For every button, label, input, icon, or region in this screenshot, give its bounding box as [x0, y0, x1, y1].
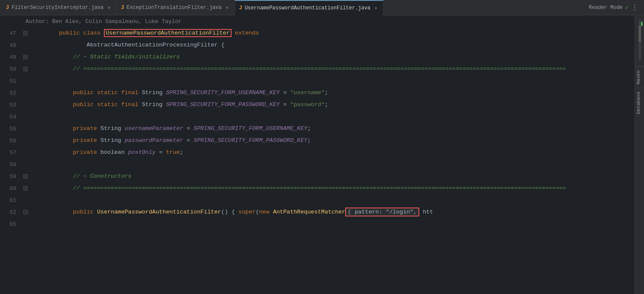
database-label: Database	[636, 92, 641, 114]
tab-filter-security[interactable]: J FilterSecurityInterceptor.java ✕	[2, 0, 117, 15]
tab-close-2[interactable]: ✕	[224, 5, 230, 11]
paren-62: () {	[221, 209, 239, 215]
tab-label-3: UsernamePasswordAuthenticationFilter.jav…	[245, 5, 370, 11]
fold-icon-60[interactable]: ▽	[23, 186, 28, 190]
gutter-49[interactable]: ▽	[21, 55, 30, 59]
str-password: "password"	[290, 101, 325, 108]
eq-53: =	[280, 101, 290, 108]
scroll-mark-green	[641, 22, 643, 26]
reader-mode-label: Reader Mode	[589, 5, 622, 11]
code-line-57: 57 private boolean postOnly = true;	[0, 147, 635, 159]
semi-53: ;	[325, 101, 328, 108]
line-num-59: 59	[0, 173, 21, 180]
line-num-58: 58	[0, 161, 21, 168]
fold-icon-49[interactable]: ▽	[23, 55, 28, 59]
kw-public-53: public	[59, 101, 97, 108]
java-icon-1: J	[6, 5, 9, 11]
comment-60: // =====================================…	[59, 185, 566, 191]
scrollbar-thumb	[638, 26, 641, 42]
tab-close-1[interactable]: ✕	[106, 5, 112, 11]
fold-icon-62[interactable]: +	[23, 210, 28, 214]
line-num-49: 49	[0, 54, 21, 61]
field-post-only: postOnly	[128, 149, 156, 156]
scrollbar-area	[635, 15, 644, 66]
maven-label: Maven	[636, 70, 641, 84]
tab-more-icon[interactable]: ⋮	[631, 3, 638, 12]
reader-mode-check: ✓	[625, 4, 629, 11]
gutter-60[interactable]: ▽	[21, 186, 30, 190]
param-hint-box: ( pattern: "/login",	[345, 208, 419, 216]
paren2-62: (	[256, 209, 259, 215]
reader-mode-area: Reader Mode ✓ ⋮	[589, 3, 642, 12]
sidebar-tab-database[interactable]: Database	[635, 88, 644, 118]
gutter-59[interactable]: ▽	[21, 174, 30, 179]
kw-private-57: private	[59, 149, 100, 156]
gutter-62[interactable]: +	[21, 210, 30, 214]
tab-close-3[interactable]: ✕	[373, 5, 379, 11]
line-num-48: 48	[0, 42, 21, 49]
method-constructor: UsernamePasswordAuthenticationFilter	[97, 209, 221, 215]
tab-username-password[interactable]: J UsernamePasswordAuthenticationFilter.j…	[235, 0, 384, 15]
line-num-61: 61	[0, 197, 21, 204]
class-ant-path: AntPathRequestMatcher	[273, 209, 345, 215]
kw-static-53: static	[97, 101, 121, 108]
line-num-50: 50	[0, 66, 21, 72]
sidebar-tab-maven[interactable]: Maven	[635, 66, 644, 88]
tab-bar: J FilterSecurityInterceptor.java ✕ J Exc…	[0, 0, 644, 15]
eq-57: =	[156, 149, 166, 156]
type-57: boolean	[100, 149, 128, 156]
code-line-50: 50 ▽ // ================================…	[0, 63, 635, 75]
code-line-60: 60 ▽ // ================================…	[0, 182, 635, 194]
fold-icon-47[interactable]: ▽	[23, 31, 28, 35]
after-param: htt	[419, 209, 433, 215]
java-icon-2: J	[121, 5, 124, 11]
line-num-54: 54	[0, 114, 21, 120]
semi-57: ;	[180, 149, 183, 156]
type-string-53: String	[142, 101, 166, 108]
line-num-52: 52	[0, 90, 21, 96]
code-line-53: 53 public static final String SPRING_SEC…	[0, 99, 635, 111]
line-num-56: 56	[0, 138, 21, 144]
gutter-50[interactable]: ▽	[21, 67, 30, 71]
java-icon-3: J	[239, 5, 242, 11]
code-line-65: 65	[0, 218, 635, 230]
code-line-62: 62 + public UsernamePasswordAuthenticati…	[0, 206, 635, 218]
kw-new-62: new	[259, 209, 273, 215]
line-num-55: 55	[0, 126, 21, 132]
kw-super-62: super	[238, 209, 256, 215]
comment-50: // =====================================…	[59, 66, 566, 72]
line-num-62: 62	[0, 209, 21, 216]
right-sidebar: Maven Database	[635, 15, 644, 294]
mini-scrollbar[interactable]	[638, 20, 641, 60]
bool-true: true	[166, 149, 180, 156]
code-editor: Author: Ben Alex, Colin Sampaleanu, Luke…	[0, 15, 635, 294]
tab-label-1: FilterSecurityInterceptor.java	[11, 5, 103, 11]
line-num-57: 57	[0, 150, 21, 156]
tab-exception-translation[interactable]: J ExceptionTranslationFilter.java ✕	[117, 0, 235, 15]
gutter-47[interactable]: ▽	[21, 31, 30, 35]
editor-area: Author: Ben Alex, Colin Sampaleanu, Luke…	[0, 15, 644, 294]
field-password-key: SPRING_SECURITY_FORM_PASSWORD_KEY	[166, 101, 280, 108]
line-num-51: 51	[0, 78, 21, 84]
line-num-65: 65	[0, 221, 21, 228]
tab-label-2: ExceptionTranslationFilter.java	[126, 5, 221, 11]
fold-icon-50[interactable]: ▽	[23, 67, 28, 71]
line-num-60: 60	[0, 185, 21, 192]
kw-public-62: public	[59, 209, 97, 215]
line-num-53: 53	[0, 102, 21, 108]
fold-icon-59[interactable]: ▽	[23, 174, 28, 179]
line-num-47: 47	[0, 30, 21, 37]
kw-final-53: final	[121, 101, 142, 108]
